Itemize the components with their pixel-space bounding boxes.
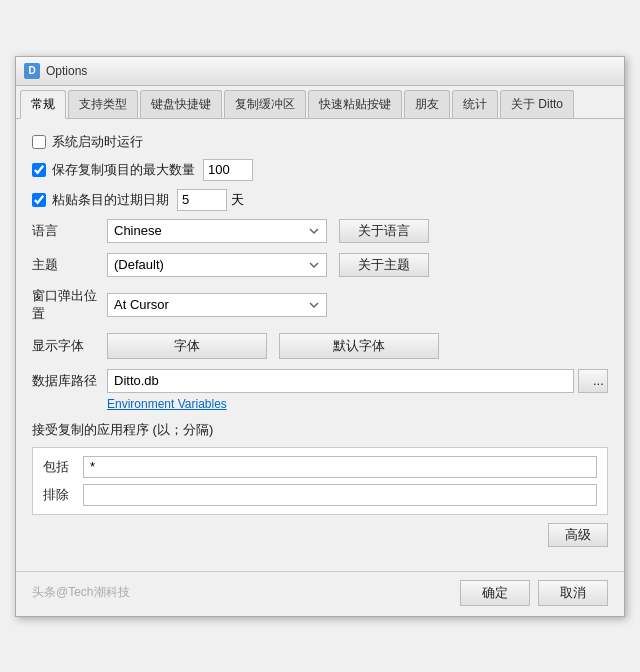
tab-copy-buffer[interactable]: 复制缓冲区: [224, 90, 306, 118]
default-font-button[interactable]: 默认字体: [279, 333, 439, 359]
tab-supported-types[interactable]: 支持类型: [68, 90, 138, 118]
about-language-button[interactable]: 关于语言: [339, 219, 429, 243]
app-icon: D: [24, 63, 40, 79]
language-row: 语言 Chinese 关于语言: [32, 219, 608, 243]
window-footer: 头条@Tech潮科技 确定 取消: [16, 571, 624, 616]
db-path-input[interactable]: [107, 369, 574, 393]
db-path-row: 数据库路径 ...: [32, 369, 608, 393]
expiry-unit: 天: [231, 191, 244, 209]
theme-label: 主题: [32, 256, 107, 274]
language-dropdown[interactable]: Chinese: [107, 219, 327, 243]
theme-dropdown[interactable]: (Default): [107, 253, 327, 277]
cancel-button[interactable]: 取消: [538, 580, 608, 606]
exclude-input[interactable]: [83, 484, 597, 506]
startup-row: 系统启动时运行: [32, 133, 608, 151]
advanced-row: 高级: [32, 523, 608, 547]
display-font-label: 显示字体: [32, 337, 107, 355]
footer-buttons: 确定 取消: [460, 580, 608, 606]
db-path-label: 数据库路径: [32, 372, 107, 390]
db-browse-button[interactable]: ...: [578, 369, 608, 393]
expiry-label: 粘贴条目的过期日期: [52, 191, 169, 209]
include-row: 包括: [43, 456, 597, 478]
title-bar: D Options: [16, 57, 624, 86]
window-position-row: 窗口弹出位置 At Cursor: [32, 287, 608, 323]
window-title: Options: [46, 64, 87, 78]
main-window: D Options 常规 支持类型 键盘快捷键 复制缓冲区 快速粘贴按键 朋友 …: [15, 56, 625, 617]
include-label: 包括: [43, 458, 83, 476]
include-input[interactable]: [83, 456, 597, 478]
window-position-dropdown[interactable]: At Cursor: [107, 293, 327, 317]
exclude-row: 排除: [43, 484, 597, 506]
window-position-label: 窗口弹出位置: [32, 287, 107, 323]
ok-button[interactable]: 确定: [460, 580, 530, 606]
startup-label: 系统启动时运行: [52, 133, 143, 151]
startup-checkbox[interactable]: [32, 135, 46, 149]
tab-paste-keys[interactable]: 快速粘贴按键: [308, 90, 402, 118]
expiry-input[interactable]: [177, 189, 227, 211]
tab-stats[interactable]: 统计: [452, 90, 498, 118]
max-items-checkbox[interactable]: [32, 163, 46, 177]
language-label: 语言: [32, 222, 107, 240]
expiry-row: 粘贴条目的过期日期 天: [32, 189, 608, 211]
accept-apps-label: 接受复制的应用程序 (以；分隔): [32, 421, 608, 439]
tab-shortcuts[interactable]: 键盘快捷键: [140, 90, 222, 118]
about-theme-button[interactable]: 关于主题: [339, 253, 429, 277]
include-exclude-section: 包括 排除: [32, 447, 608, 515]
expiry-checkbox[interactable]: [32, 193, 46, 207]
max-items-input[interactable]: [203, 159, 253, 181]
tab-about[interactable]: 关于 Ditto: [500, 90, 574, 118]
display-font-row: 显示字体 字体 默认字体: [32, 333, 608, 359]
content-area: 系统启动时运行 保存复制项目的最大数量 粘贴条目的过期日期 天 语言 Chine…: [16, 119, 624, 571]
watermark: 头条@Tech潮科技: [32, 584, 130, 601]
font-button[interactable]: 字体: [107, 333, 267, 359]
tab-general[interactable]: 常规: [20, 90, 66, 119]
environment-variables-link[interactable]: Environment Variables: [107, 397, 608, 411]
max-items-label: 保存复制项目的最大数量: [52, 161, 195, 179]
max-items-row: 保存复制项目的最大数量: [32, 159, 608, 181]
advanced-button[interactable]: 高级: [548, 523, 608, 547]
theme-row: 主题 (Default) 关于主题: [32, 253, 608, 277]
tabs-bar: 常规 支持类型 键盘快捷键 复制缓冲区 快速粘贴按键 朋友 统计 关于 Ditt…: [16, 86, 624, 119]
tab-friends[interactable]: 朋友: [404, 90, 450, 118]
exclude-label: 排除: [43, 486, 83, 504]
